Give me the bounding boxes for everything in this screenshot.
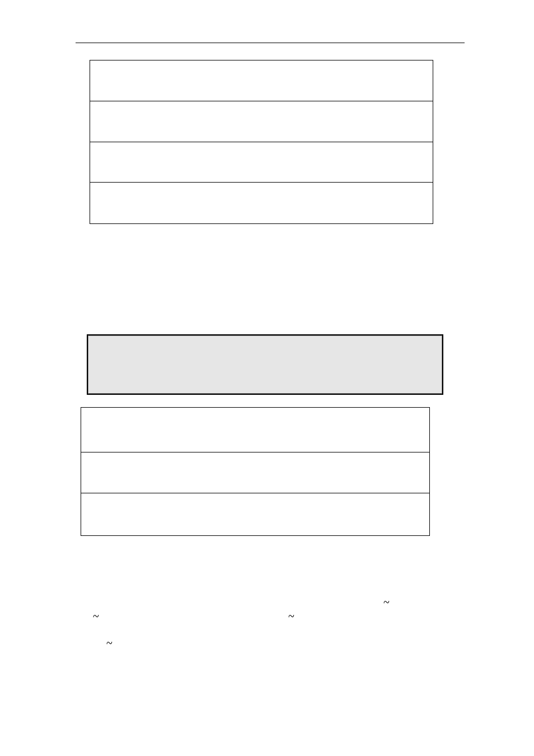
table-row: [90, 101, 433, 142]
cell: [81, 493, 430, 536]
table-row: [81, 452, 430, 493]
table-2: [81, 407, 430, 536]
table-row: [81, 408, 430, 452]
tilde-icon: ~: [93, 610, 99, 622]
header-rule: [76, 43, 465, 43]
tilde-icon: ~: [383, 596, 390, 608]
cell: [81, 408, 430, 452]
cell: [90, 101, 433, 142]
table-row: [81, 493, 430, 536]
table-row: [90, 60, 433, 101]
page: [0, 0, 534, 536]
shaded-box: [87, 334, 443, 395]
tilde-icon: ~: [288, 610, 294, 622]
tilde-icon: ~: [106, 637, 113, 648]
table-row: [90, 183, 433, 224]
cell: [81, 452, 430, 493]
table-1: [90, 60, 433, 224]
table-row: [90, 142, 433, 183]
cell: [90, 142, 433, 183]
cell: [90, 60, 433, 101]
cell: [90, 183, 433, 224]
